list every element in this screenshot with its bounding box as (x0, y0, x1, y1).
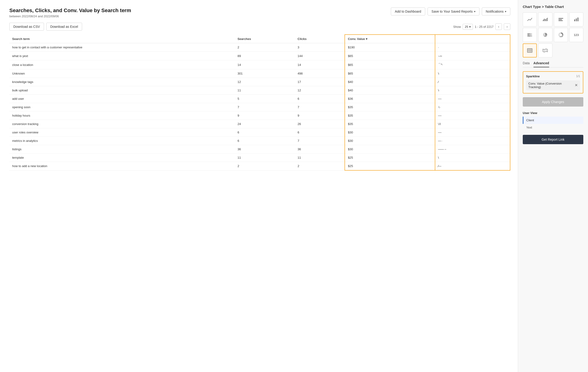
stacked-bar-icon[interactable] (523, 28, 537, 42)
cell-sparkline: —· (435, 95, 510, 103)
cell-search-term: bulk upload (9, 86, 235, 95)
cell-search-term: metrics in analytics (9, 137, 235, 145)
map-chart-icon[interactable] (538, 43, 552, 58)
cell-sparkline: \· (435, 70, 510, 78)
table-row: how to add a new location 2 2 $25 ∕— (9, 162, 510, 171)
table-row: what is yext 89 144 $65 ⌣∧· (9, 52, 510, 60)
apply-changes-button[interactable]: Apply Changes (523, 97, 583, 107)
cell-searches: 7 (235, 103, 295, 111)
table-row: bulk upload 11 12 $40 \· (9, 86, 510, 95)
cell-conv-value: $65 (345, 70, 435, 78)
cell-sparkline: \· (435, 86, 510, 95)
sparkline-tag: Conv. Value (Conversion Tracking) ✕ (526, 80, 580, 90)
table-row: holiday hours 9 9 $35 —· (9, 111, 510, 120)
cell-search-term: add user (9, 95, 235, 103)
add-dashboard-button[interactable]: Add to Dashboard (391, 8, 425, 15)
table-row: close a location 14 14 $65 ⌒^· (9, 60, 510, 70)
cell-sparkline: \ (435, 153, 510, 162)
cell-sparkline: \ /\ (435, 120, 510, 128)
user-view-options: Client Yext (523, 117, 583, 131)
cell-clicks: 7 (295, 103, 345, 111)
svg-rect-8 (530, 33, 531, 34)
line-chart-icon[interactable] (523, 12, 537, 26)
tab-data[interactable]: Data (523, 61, 530, 67)
svg-rect-11 (529, 35, 531, 35)
cell-search-term: template (9, 153, 235, 162)
save-reports-button[interactable]: Save to Your Saved Reports ▾ (428, 8, 480, 15)
notifications-button[interactable]: Notifications ▾ (482, 8, 510, 15)
col-header-clicks: Clicks (295, 35, 345, 43)
cell-searches: 2 (235, 162, 295, 171)
cell-sparkline: ·\ · (435, 103, 510, 111)
cell-sparkline: ∕· (435, 78, 510, 86)
cell-conv-value: $30 (345, 137, 435, 145)
get-report-link-button[interactable]: Get Report Link (523, 135, 583, 144)
svg-rect-1 (558, 18, 563, 19)
next-page-button[interactable]: › (504, 23, 510, 30)
cell-search-term: knowledge tags (9, 78, 235, 86)
sparkline-tag-close-button[interactable]: ✕ (575, 83, 578, 87)
table-row: knowledge tags 12 17 $40 ∕· (9, 78, 510, 86)
cell-search-term: what is yext (9, 52, 235, 60)
column-chart-icon[interactable] (569, 12, 583, 26)
cell-sparkline: · (435, 43, 510, 52)
cell-conv-value: $40 (345, 86, 435, 95)
cell-search-term: opening soon (9, 103, 235, 111)
cell-searches: 2 (235, 43, 295, 52)
cell-searches: 6 (235, 137, 295, 145)
table-row: Unknown 301 498 $65 \· (9, 70, 510, 78)
cell-clicks: 3 (295, 43, 345, 52)
cell-searches: 12 (235, 78, 295, 86)
area-chart-icon[interactable] (538, 12, 552, 26)
cell-search-term: Unknown (9, 70, 235, 78)
user-view-client[interactable]: Client (523, 117, 583, 124)
user-view-section: User View Client Yext (523, 111, 583, 131)
page-info: 1 - 25 of 2217 (475, 25, 494, 29)
col-header-conv-value[interactable]: Conv. Value ▾ (345, 35, 435, 43)
chart-type-icons: 123 (523, 12, 583, 58)
cell-conv-value: $40 (345, 78, 435, 86)
table-row: template 11 11 $25 \ (9, 153, 510, 162)
number-chart-icon[interactable]: 123 (569, 28, 583, 42)
cell-clicks: 6 (295, 128, 345, 137)
svg-rect-14 (530, 36, 532, 36)
cell-clicks: 2 (295, 162, 345, 171)
cell-search-term: user roles overview (9, 128, 235, 137)
bar-chart-icon[interactable] (554, 12, 568, 26)
table-row: listings 36 36 $30 ——→ (9, 145, 510, 153)
svg-rect-10 (527, 35, 529, 35)
col-header-searches: Searches (235, 35, 295, 43)
download-csv-button[interactable]: Download as CSV (9, 23, 44, 30)
user-view-yext[interactable]: Yext (523, 124, 583, 131)
report-title: Searches, Clicks, and Conv. Value by Sea… (9, 8, 131, 14)
donut-chart-icon[interactable] (554, 28, 568, 42)
cell-search-term: holiday hours (9, 111, 235, 120)
prev-page-button[interactable]: ‹ (495, 23, 502, 30)
cell-searches: 14 (235, 60, 295, 70)
svg-marker-0 (543, 18, 547, 21)
per-page-select[interactable]: 25 ▾ (463, 24, 473, 30)
svg-rect-9 (531, 33, 532, 34)
table-row: how to get in contact with a customer re… (9, 43, 510, 52)
save-reports-chevron-icon: ▾ (474, 10, 475, 13)
svg-rect-4 (574, 20, 575, 21)
table-row: opening soon 7 7 $35 ·\ · (9, 103, 510, 111)
cell-clicks: 36 (295, 145, 345, 153)
svg-rect-12 (531, 35, 532, 35)
tab-advanced[interactable]: Advanced (534, 61, 549, 67)
sparkline-tag-label: Conv. Value (Conversion Tracking) (528, 82, 575, 89)
pie-chart-icon[interactable] (538, 28, 552, 42)
show-label: Show (453, 25, 461, 29)
cell-searches: 24 (235, 120, 295, 128)
svg-rect-7 (527, 33, 530, 34)
cell-searches: 6 (235, 128, 295, 137)
table-chart-icon[interactable] (523, 43, 537, 58)
svg-rect-5 (576, 19, 577, 21)
cell-clicks: 17 (295, 78, 345, 86)
cell-conv-value: $65 (345, 52, 435, 60)
cell-clicks: 498 (295, 70, 345, 78)
download-excel-button[interactable]: Download as Excel (46, 23, 82, 30)
cell-searches: 11 (235, 153, 295, 162)
cell-conv-value: $25 (345, 153, 435, 162)
cell-clicks: 26 (295, 120, 345, 128)
